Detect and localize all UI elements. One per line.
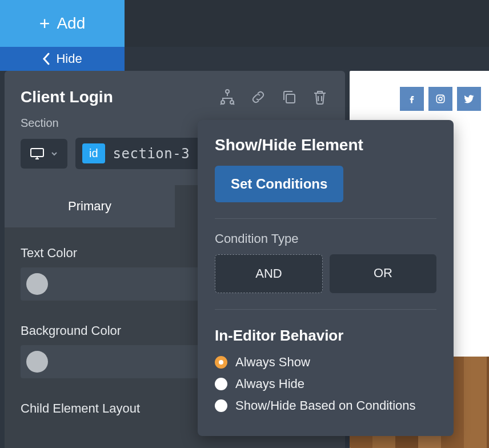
and-button[interactable]: AND: [215, 254, 323, 293]
duplicate-icon[interactable]: [280, 88, 298, 106]
chevron-down-icon: [50, 150, 58, 158]
svg-point-1: [439, 97, 442, 101]
twitter-icon[interactable]: [457, 87, 481, 111]
condition-type-label: Condition Type: [215, 231, 436, 246]
behavior-title: In-Editor Behavior: [215, 327, 436, 345]
plus-icon: +: [39, 13, 50, 34]
instagram-icon[interactable]: [428, 87, 452, 111]
radio-always-show[interactable]: Always Show: [215, 355, 436, 370]
radio-icon: [215, 356, 227, 369]
popover-title: Show/Hide Element: [215, 136, 436, 154]
svg-point-3: [226, 90, 229, 93]
hide-label: Hide: [56, 51, 82, 66]
tab-primary[interactable]: Primary: [5, 185, 175, 227]
svg-rect-7: [31, 149, 43, 157]
facebook-icon[interactable]: [400, 87, 424, 111]
radio-label: Always Hide: [235, 377, 304, 391]
radio-icon: [215, 378, 227, 390]
radio-always-hide[interactable]: Always Hide: [215, 377, 436, 391]
show-hide-popover: Show/Hide Element Set Conditions Conditi…: [198, 120, 454, 436]
panel-title: Client Login: [21, 88, 113, 106]
svg-point-2: [442, 96, 443, 97]
bg-color-swatch: [26, 351, 48, 373]
link-icon[interactable]: [249, 88, 267, 106]
device-select[interactable]: [21, 139, 67, 169]
or-button[interactable]: OR: [330, 254, 436, 293]
radio-label: Always Show: [235, 355, 310, 370]
id-badge: id: [82, 143, 105, 163]
desktop-icon: [30, 147, 45, 161]
divider: [215, 309, 436, 310]
add-button[interactable]: + Add: [0, 0, 125, 47]
text-color-swatch: [26, 273, 48, 295]
chevron-left-icon: [42, 53, 50, 65]
svg-rect-6: [286, 94, 295, 103]
hierarchy-icon[interactable]: [218, 88, 237, 106]
id-value: section-3: [113, 146, 190, 162]
radio-label: Show/Hide Based on Conditions: [235, 398, 416, 413]
hide-button[interactable]: Hide: [0, 47, 125, 71]
add-label: Add: [57, 14, 85, 33]
divider: [215, 218, 436, 219]
trash-icon[interactable]: [311, 88, 329, 106]
radio-conditional[interactable]: Show/Hide Based on Conditions: [215, 398, 436, 413]
set-conditions-button[interactable]: Set Conditions: [215, 166, 343, 202]
radio-icon: [215, 399, 227, 412]
